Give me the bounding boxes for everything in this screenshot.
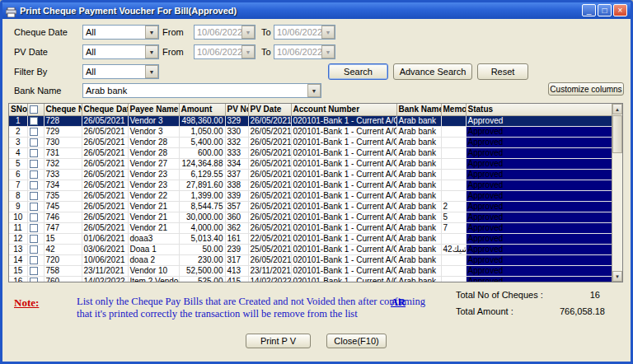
- cheque-from-date[interactable]: 10/06/2022 ▼: [194, 25, 256, 40]
- pv-to-date[interactable]: 10/06/2022 ▼: [274, 44, 335, 59]
- row-checkbox[interactable]: [30, 160, 38, 168]
- row-checkbox-cell[interactable]: [27, 276, 44, 282]
- row-checkbox[interactable]: [30, 203, 38, 211]
- col-pv-date[interactable]: PV Date: [248, 104, 291, 115]
- table-row[interactable]: 573226/05/2021Vendor 27124,364.8833426/0…: [9, 158, 612, 169]
- row-checkbox-cell[interactable]: [27, 244, 44, 254]
- filter-by-combo[interactable]: All ▼: [82, 64, 159, 79]
- minimize-button[interactable]: _: [582, 4, 596, 16]
- close-f10-button[interactable]: Close(F10): [326, 334, 387, 348]
- col-payee-name[interactable]: Payee Name: [128, 104, 179, 115]
- row-checkbox[interactable]: [30, 138, 38, 147]
- chevron-down-icon[interactable]: ▼: [145, 45, 158, 58]
- row-checkbox[interactable]: [30, 256, 38, 264]
- row-checkbox[interactable]: [30, 181, 38, 189]
- table-row[interactable]: 1472010/06/2021doaa 2230.0031726/05/2021…: [9, 254, 612, 265]
- table-row[interactable]: 473126/05/2021Vendor 28600.0033326/05/20…: [9, 147, 612, 158]
- col-account-number[interactable]: Account Number: [291, 104, 396, 115]
- maximize-button[interactable]: □: [598, 4, 612, 16]
- table-row[interactable]: 773426/05/2021Vendor 2327,891.6033826/05…: [9, 180, 612, 190]
- col-select[interactable]: [27, 104, 44, 115]
- row-checkbox[interactable]: [30, 192, 38, 200]
- row-checkbox-cell[interactable]: [27, 254, 44, 265]
- table-row[interactable]: 1074626/05/2021Vendor 2130,000.0036026/0…: [9, 212, 612, 222]
- chevron-down-icon[interactable]: ▼: [321, 26, 335, 39]
- table-row[interactable]: 974526/05/2021Vendor 218,544.7535726/05/…: [9, 201, 612, 212]
- table-row[interactable]: 1676014/02/2022Item 2 Vendor525.0041514/…: [9, 276, 612, 282]
- chevron-down-icon[interactable]: ▼: [307, 84, 321, 97]
- col-cheque-no[interactable]: Cheque No: [44, 104, 82, 115]
- close-button[interactable]: ×: [613, 4, 627, 16]
- cell-memo: شيك42: [441, 244, 466, 254]
- table-row[interactable]: 134203/06/2021Doaa 150.0023925/05/202102…: [9, 244, 612, 254]
- col-cheque-date[interactable]: Cheque Date: [82, 104, 128, 115]
- row-checkbox-cell[interactable]: [27, 158, 44, 169]
- scrollbar-thumb[interactable]: [612, 115, 622, 153]
- row-checkbox-cell[interactable]: [27, 115, 44, 126]
- col-amount[interactable]: Amount: [179, 104, 225, 115]
- table-row[interactable]: 121501/06/2021doaa35,013.4016122/05/2021…: [9, 233, 612, 244]
- row-checkbox[interactable]: [30, 170, 38, 179]
- row-checkbox-cell[interactable]: [27, 190, 44, 201]
- table-row[interactable]: 673326/05/2021Vendor 236,129.5533726/05/…: [9, 169, 612, 180]
- chevron-down-icon[interactable]: ▼: [145, 26, 158, 39]
- cell-status: Approved: [466, 233, 612, 244]
- row-checkbox-cell[interactable]: [27, 180, 44, 190]
- col-bank-name[interactable]: Bank Name: [396, 104, 441, 115]
- table-row[interactable]: 1575823/11/2021Vendor 1052,500.0041323/1…: [9, 265, 612, 276]
- scroll-down-icon[interactable]: ▼: [612, 271, 622, 282]
- select-all-checkbox[interactable]: [30, 105, 38, 114]
- row-checkbox[interactable]: [30, 267, 38, 275]
- table-row[interactable]: 172826/05/2021Vendor 3498,360.0032926/05…: [9, 115, 612, 126]
- col-status[interactable]: Status: [466, 104, 612, 115]
- row-checkbox[interactable]: [30, 235, 38, 243]
- print-pv-button[interactable]: Print P V: [246, 334, 311, 348]
- cell-cheque_no: 720: [44, 254, 82, 265]
- col-pv-no[interactable]: PV No: [225, 104, 248, 115]
- advance-search-button[interactable]: Advance Search: [393, 63, 472, 80]
- row-checkbox-cell[interactable]: [27, 212, 44, 222]
- pv-from-date[interactable]: 10/06/2022 ▼: [194, 44, 256, 59]
- cheque-date-combo[interactable]: All ▼: [82, 25, 159, 40]
- table-row[interactable]: 873526/05/2021Vendor 221,399.0033926/05/…: [9, 190, 612, 201]
- cell-amount: 6,129.55: [179, 169, 225, 180]
- titlebar[interactable]: Print Cheque Payment Voucher For Bill(Ap…: [2, 2, 631, 19]
- row-checkbox[interactable]: [30, 149, 38, 157]
- row-checkbox[interactable]: [30, 245, 38, 254]
- cell-payee: Vendor 28: [128, 147, 179, 158]
- row-checkbox[interactable]: [30, 278, 38, 282]
- table-row[interactable]: 272926/05/2021Vendor 31,050.0033026/05/2…: [9, 126, 612, 137]
- row-checkbox-cell[interactable]: [27, 137, 44, 147]
- reset-button[interactable]: Reset: [477, 63, 528, 80]
- chevron-down-icon[interactable]: ▼: [321, 45, 335, 58]
- scroll-up-icon[interactable]: ▲: [612, 104, 622, 114]
- col-sno[interactable]: SNo: [9, 104, 27, 115]
- col-memo[interactable]: Memo: [441, 104, 466, 115]
- row-checkbox[interactable]: [30, 224, 38, 232]
- row-checkbox-cell[interactable]: [27, 169, 44, 180]
- row-checkbox[interactable]: [30, 117, 38, 125]
- row-checkbox-cell[interactable]: [27, 233, 44, 244]
- row-checkbox-cell[interactable]: [27, 147, 44, 158]
- row-checkbox-cell[interactable]: [27, 265, 44, 276]
- row-checkbox[interactable]: [30, 213, 38, 222]
- table-row[interactable]: 1174726/05/2021Vendor 214,000.0036226/05…: [9, 222, 612, 233]
- row-checkbox-cell[interactable]: [27, 126, 44, 137]
- row-checkbox[interactable]: [30, 128, 38, 136]
- chevron-down-icon[interactable]: ▼: [241, 26, 255, 39]
- chevron-down-icon[interactable]: ▼: [145, 65, 158, 78]
- vertical-scrollbar[interactable]: ▲ ▼: [612, 104, 622, 282]
- table-row[interactable]: 373026/05/2021Vendor 285,400.0033226/05/…: [9, 137, 612, 147]
- search-button[interactable]: Search: [328, 63, 388, 80]
- pv-date-combo[interactable]: All ▼: [82, 44, 159, 59]
- chevron-down-icon[interactable]: ▼: [241, 45, 255, 58]
- cell-cheque_no: 42: [44, 244, 82, 254]
- cheque-to-date[interactable]: 10/06/2022 ▼: [274, 25, 335, 40]
- cell-memo: 7: [441, 222, 466, 233]
- cell-pv_no: 339: [225, 190, 248, 201]
- customize-columns-button[interactable]: Customize columns: [548, 82, 624, 96]
- row-checkbox-cell[interactable]: [27, 201, 44, 212]
- row-checkbox-cell[interactable]: [27, 222, 44, 233]
- bank-name-combo[interactable]: Arab bank ▼: [82, 83, 321, 98]
- arabic-language-link[interactable]: AR: [391, 296, 406, 309]
